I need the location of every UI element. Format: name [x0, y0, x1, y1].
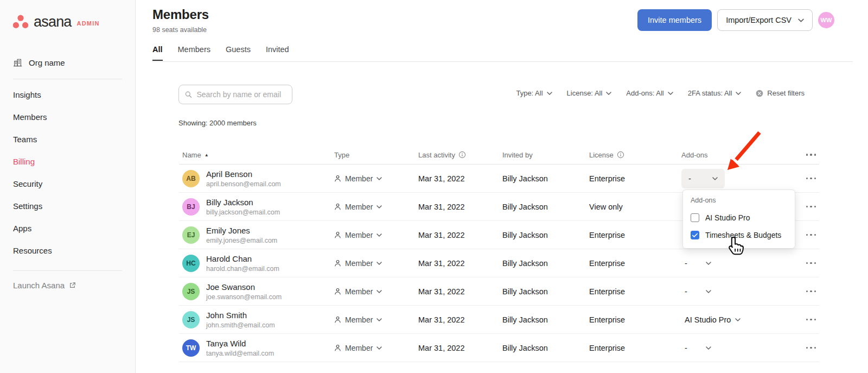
type-dropdown[interactable]: Member [331, 344, 415, 352]
last-activity-value: Mar 31, 2022 [415, 231, 499, 239]
tab-all[interactable]: All [152, 45, 163, 61]
member-name: John Smith [206, 311, 275, 320]
search-icon [185, 91, 192, 98]
last-activity-value: Mar 31, 2022 [415, 287, 499, 296]
type-value: Member [345, 174, 373, 183]
sidebar-nav: InsightsMembersTeamsBillingSecuritySetti… [0, 84, 135, 262]
search-box[interactable] [178, 85, 292, 104]
filter-2fa-status[interactable]: 2FA status: All [688, 89, 742, 97]
addon-option[interactable]: AI Studio Pro [683, 209, 795, 226]
addons-dropdown[interactable]: - [681, 259, 711, 268]
sidebar-item-apps[interactable]: Apps [0, 217, 135, 239]
chevron-down-icon [712, 177, 718, 180]
addons-dropdown[interactable]: - [681, 344, 711, 352]
addon-option[interactable]: Timesheets & Budgets [683, 226, 795, 244]
last-activity-value: Mar 31, 2022 [415, 315, 499, 324]
addons-dropdown-open[interactable]: - [681, 169, 725, 188]
person-icon [334, 288, 341, 295]
chevron-down-icon [376, 262, 382, 265]
type-dropdown[interactable]: Member [331, 315, 415, 324]
table-row: HC Harold Chan harold.chan@email.com Mem… [179, 249, 819, 277]
row-menu-button[interactable] [805, 174, 820, 183]
column-label: License [589, 151, 614, 159]
sidebar-item-insights[interactable]: Insights [0, 84, 135, 106]
member-name: Tanya Wild [206, 339, 274, 348]
addons-cell: - [678, 259, 792, 268]
row-menu-button[interactable] [805, 231, 820, 239]
type-dropdown[interactable]: Member [331, 203, 415, 211]
user-avatar[interactable]: WW [818, 12, 834, 28]
ellipsis-icon [805, 259, 818, 268]
addons-value: - [688, 174, 691, 183]
row-menu-button[interactable] [805, 315, 820, 324]
filter-label: 2FA status: All [688, 89, 732, 97]
sidebar-item-org[interactable]: Org name [12, 56, 135, 68]
external-link-icon [69, 282, 76, 289]
member-cell: HC Harold Chan harold.chan@email.com [179, 254, 331, 273]
type-dropdown[interactable]: Member [331, 259, 415, 268]
license-value: Enterprise [586, 287, 678, 296]
chevron-down-icon [668, 92, 673, 95]
invite-members-button[interactable]: Invite members [637, 9, 712, 31]
sidebar-item-billing[interactable]: Billing [0, 150, 135, 173]
avatar: EJ [182, 226, 200, 244]
sidebar-item-security[interactable]: Security [0, 173, 135, 195]
column-header-addons: Add-ons [678, 151, 792, 159]
row-menu-button[interactable] [805, 344, 820, 352]
chevron-down-icon [706, 290, 711, 293]
column-header-license: License [586, 151, 678, 159]
invited-by-value: Billy Jackson [499, 287, 586, 296]
launch-asana-label: Launch Asana [13, 281, 65, 290]
launch-asana-link[interactable]: Launch Asana [0, 275, 135, 295]
checkbox-checked[interactable] [691, 231, 699, 239]
column-label: Invited by [502, 151, 533, 159]
filter-type[interactable]: Type: All [516, 89, 552, 97]
type-dropdown[interactable]: Member [331, 231, 415, 239]
column-label: Add-ons [681, 151, 707, 159]
sidebar-item-settings[interactable]: Settings [0, 195, 135, 217]
type-value: Member [345, 287, 373, 296]
filter-license[interactable]: License: All [567, 89, 612, 97]
reset-filters-button[interactable]: Reset filters [756, 89, 805, 97]
filter-add-ons[interactable]: Add-ons: All [626, 89, 673, 97]
row-menu-button[interactable] [805, 203, 820, 211]
invited-by-value: Billy Jackson [499, 344, 586, 352]
addons-dropdown[interactable]: - [681, 287, 711, 296]
table-options-button[interactable] [802, 150, 820, 159]
checkbox-unchecked[interactable] [691, 213, 699, 222]
tab-invited[interactable]: Invited [266, 45, 289, 61]
license-value: Enterprise [586, 315, 678, 324]
asana-logo-icon [12, 14, 29, 29]
search-input[interactable] [196, 90, 286, 99]
sidebar-item-teams[interactable]: Teams [0, 128, 135, 150]
member-cell: TW Tanya Wild tanya.wild@email.com [179, 339, 331, 357]
ellipsis-icon [805, 315, 818, 324]
import-export-csv-button[interactable]: Import/Export CSV [717, 9, 813, 31]
ellipsis-icon [805, 287, 818, 296]
row-menu-button[interactable] [805, 287, 820, 296]
tabs-divider [152, 61, 853, 62]
tab-members[interactable]: Members [178, 45, 210, 61]
ellipsis-icon [805, 150, 818, 159]
addons-popup-title: Add-ons [683, 195, 795, 209]
type-dropdown[interactable]: Member [331, 174, 415, 183]
member-email: john.smith@email.com [206, 321, 275, 329]
addons-popup: Add-ons AI Studio ProTimesheets & Budget… [682, 189, 795, 249]
type-dropdown[interactable]: Member [331, 287, 415, 296]
person-icon [334, 231, 341, 238]
sidebar-item-resources[interactable]: Resources [0, 239, 135, 262]
row-menu-button[interactable] [805, 259, 820, 268]
page-title: Members [152, 7, 209, 22]
asana-logo: asana ADMIN [0, 0, 135, 29]
type-value: Member [345, 315, 373, 324]
type-value: Member [345, 231, 373, 239]
addons-dropdown[interactable]: AI Studio Pro [681, 315, 741, 324]
ellipsis-icon [805, 231, 818, 239]
sidebar-item-members[interactable]: Members [0, 106, 135, 128]
tab-guests[interactable]: Guests [226, 45, 251, 61]
avatar: TW [182, 339, 200, 357]
license-value: View only [586, 203, 678, 211]
sidebar-divider [13, 79, 122, 79]
column-header-name[interactable]: Name ▲ [179, 151, 331, 159]
last-activity-value: Mar 31, 2022 [415, 344, 499, 352]
